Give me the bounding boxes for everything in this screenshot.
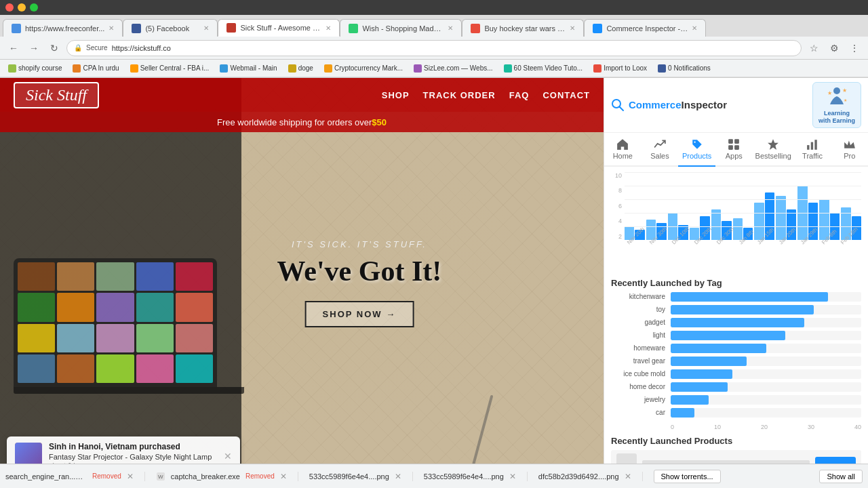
inspector-nav-tabs: Home Sales Products [604,133,868,167]
tab-close-icon[interactable]: ✕ [326,24,331,32]
trending-up-icon [654,138,666,150]
laptop-collage [14,258,285,434]
nav-shop[interactable]: SHOP [382,90,410,100]
hbar-x-10: 10 [714,424,721,430]
forward-button[interactable]: → [26,40,42,56]
tab-title: Sick Stuff - Awesome Gi... [240,24,321,32]
bookmark-notifications[interactable]: 0 Notifications [655,63,713,74]
download-close-2[interactable]: ✕ [280,472,287,481]
download-item-2: W captcha_breaker.exe Removed ✕ [156,472,298,481]
tab-title: Commerce Inspector - ... [606,24,688,33]
bookmark-favicon [504,64,512,73]
bookmark-crypto[interactable]: Cryptocurrency Mark... [321,63,406,74]
nav-contact[interactable]: CONTACT [542,90,590,100]
svg-text:★: ★ [844,98,847,102]
minimize-window-btn[interactable] [18,3,26,12]
hbar-row-travel-gear: travel gear [611,357,861,366]
tab-close-icon[interactable]: ✕ [570,24,575,32]
hbar-fill-car [671,408,694,418]
download-close-3[interactable]: ✕ [395,472,401,481]
notif-close-icon[interactable]: ✕ [224,451,232,462]
hero-title: We've Got It! [277,255,442,287]
nav-bar: ← → ↻ 🔒 Secure https://sickstuff.co ☆ ⚙ … [0,37,868,60]
puzzle-icon [728,138,740,150]
tab-close-icon[interactable]: ✕ [448,24,453,32]
tab-title: Buy hockey star wars de... [484,24,566,33]
tab-apps[interactable]: Apps [715,133,753,167]
tab-close-icon[interactable]: ✕ [203,24,209,32]
tab-hockey[interactable]: Buy hockey star wars de... ✕ [462,19,584,37]
hbar-track-home-decor [671,382,861,392]
nav-faq[interactable]: FAQ [509,90,530,100]
tab-bestselling[interactable]: Bestselling [753,133,794,167]
bookmark-shopify[interactable]: shopify course [5,63,64,74]
download-name-3: 533cc5989f6e4e4....png [309,472,389,481]
svg-rect-8 [728,145,733,150]
y-label-2: 2 [618,233,622,240]
bookmark-sizlee[interactable]: SizLee.com — Webs... [411,63,496,74]
tab-home[interactable]: Home [604,133,642,167]
tab-pro[interactable]: Pro [831,133,868,167]
svg-text:★: ★ [842,87,847,94]
tab-freeconference[interactable]: https://www.freeconfer... ✕ [3,19,123,37]
tab-traffic[interactable]: Traffic [794,133,831,167]
tab-sales[interactable]: Sales [642,133,679,167]
y-label-8: 8 [618,187,622,194]
tab-commerce-inspector[interactable]: Commerce Inspector - ... ✕ [584,19,706,37]
show-torrents-button[interactable]: Show torrents... [654,470,721,483]
tab-wish[interactable]: Wish - Shopping Made ... ✕ [340,19,462,37]
bookmark-label: Seller Central - FBA i... [140,64,210,72]
notif-product: Fantasy Star Projector - Galaxy Style Ni… [49,453,212,461]
download-item-4: 533cc5989f6e4e4....png ✕ [424,472,528,481]
download-close-4[interactable]: ✕ [509,472,516,481]
bookmark-loox[interactable]: Import to Loox [591,63,650,74]
tab-close-icon[interactable]: ✕ [108,24,114,32]
hbar-label-jewelry: jewelry [611,396,665,403]
y-label-10: 10 [615,172,622,179]
hbar-fill-toy [671,305,814,314]
download-name-5: dfc58b2d39d6492....png [538,472,619,481]
hero-subtitle: IT'S SICK. IT'S STUFF. [277,239,442,249]
maximize-window-btn[interactable] [30,3,38,12]
shipping-banner: Free worldwide shipping for orders over … [0,112,604,132]
bookmark-seller-central[interactable]: Seller Central - FBA i... [127,63,212,74]
close-window-btn[interactable] [5,3,14,12]
tab-facebook[interactable]: (5) Facebook ✕ [123,19,218,37]
download-close-5[interactable]: ✕ [625,472,631,481]
address-bar[interactable]: 🔒 Secure https://sickstuff.co [66,40,802,56]
back-button[interactable]: ← [5,40,22,56]
hand-pen-decoration [414,340,549,475]
bookmarks-bar: shopify course CPA In urdu Seller Centra… [0,60,868,77]
show-all-button[interactable]: Show all [819,470,863,483]
hbar-label-travel-gear: travel gear [611,357,665,365]
hbar-track-toy [671,305,861,314]
tab-bestselling-label: Bestselling [755,152,791,160]
commerce-text: Commerce [629,99,682,110]
bookmark-webmail[interactable]: Webmail - Main [217,63,279,74]
bookmark-cpa[interactable]: CPA In urdu [70,63,121,74]
download-status-2: Removed [245,472,275,480]
shop-now-button[interactable]: SHOP NOW → [305,301,414,327]
extensions-button[interactable]: ⚙ [826,40,842,56]
nav-track-order[interactable]: TRACK ORDER [423,90,496,100]
download-name-1: search_engine_ran...exe [5,472,87,481]
bars-container: Nov 20th Nov 30th Dec 10th Dec 20th Dec … [625,172,861,260]
bookmark-doge[interactable]: doge [285,63,316,74]
hbar-fill-gadget [671,318,804,327]
recently-launched-products-title: Recently Launched Products [604,430,868,450]
hbar-fill-kitchenware [671,292,828,302]
products-bar-chart: 10 8 6 4 2 [611,172,861,267]
tab-close-icon[interactable]: ✕ [692,24,697,32]
bookmark-steem[interactable]: 60 Steem Video Tuto... [501,63,586,74]
tab-products[interactable]: Products [678,133,715,167]
bookmark-button[interactable]: ☆ [806,40,822,56]
refresh-button[interactable]: ↻ [46,40,62,56]
tab-sickstuff[interactable]: Sick Stuff - Awesome Gi... ✕ [218,19,340,37]
tab-home-label: Home [613,152,633,160]
download-close-1[interactable]: ✕ [127,472,134,481]
inspector-scroll-area[interactable]: 10 8 6 4 2 [604,167,868,488]
hbar-row-gadget: gadget [611,318,861,327]
hbar-track-kitchenware [671,292,861,302]
hbar-label-gadget: gadget [611,319,665,326]
menu-button[interactable]: ⋮ [846,40,863,56]
